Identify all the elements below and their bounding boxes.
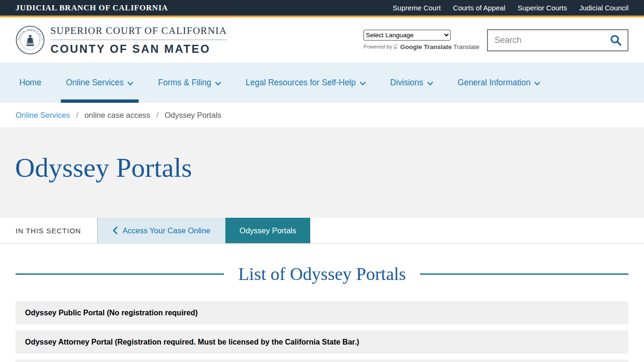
translate-label: Translate	[453, 43, 479, 50]
heading-row: List of Odyssey Portals	[16, 263, 628, 284]
heading-rule-left	[16, 273, 224, 275]
chevron-down-icon	[427, 82, 433, 86]
utility-link-courts-of-appeal[interactable]: Courts of Appeal	[453, 4, 505, 12]
back-link-label: Access Your Case Online	[123, 226, 210, 235]
search-box	[487, 29, 628, 51]
google-translate-widget: Select Language Powered by Google Transl…	[363, 30, 479, 50]
magnifier-icon	[610, 34, 622, 46]
header-right: Select Language Powered by Google Transl…	[363, 29, 628, 51]
chevron-down-icon	[215, 82, 221, 86]
court-name-line2: COUNTY OF SAN MATEO	[50, 40, 227, 56]
main-nav: Home Online Services Forms & Filing Lega…	[0, 63, 644, 103]
nav-item-forms-filing[interactable]: Forms & Filing	[153, 63, 226, 103]
breadcrumb: Online Services / online case access / O…	[0, 103, 644, 127]
nav-item-divisions[interactable]: Divisions	[385, 63, 438, 103]
main-content: List of Odyssey Portals Odyssey Public P…	[0, 244, 644, 362]
utility-links: Supreme Court Courts of Appeal Superior …	[393, 4, 628, 12]
home-logo-link[interactable]: JUDICIAL BRANCH OF CALIFORNIA SUPERIOR C…	[16, 25, 227, 56]
list-heading: List of Odyssey Portals	[238, 263, 406, 284]
nav-item-label: Forms & Filing	[158, 78, 211, 88]
tab-odyssey-portals-current[interactable]: Odyssey Portals	[225, 218, 310, 243]
hero-banner: Odyssey Portals	[0, 127, 644, 218]
nav-item-label: Divisions	[390, 78, 423, 88]
nav-item-label: Legal Resources for Self-Help	[246, 78, 355, 88]
broken-image-icon	[394, 43, 399, 50]
nav-item-home[interactable]: Home	[14, 63, 47, 103]
language-select[interactable]: Select Language	[363, 30, 451, 41]
search-button[interactable]	[604, 30, 627, 50]
nav-item-label: Online Services	[66, 78, 124, 88]
nav-item-label: Home	[19, 78, 41, 88]
accordion-attorney-portal[interactable]: Odyssey Attorney Portal (Registration re…	[16, 330, 628, 354]
section-nav: IN THIS SECTION Access Your Case Online …	[0, 218, 644, 244]
heading-rule-right	[420, 273, 628, 275]
nav-item-online-services[interactable]: Online Services	[61, 63, 139, 103]
utility-link-superior-courts[interactable]: Superior Courts	[518, 4, 567, 12]
search-input[interactable]	[488, 35, 604, 45]
nav-item-label: General Information	[458, 78, 531, 88]
breadcrumb-current-page: Odyssey Portals	[165, 111, 221, 120]
accordion-public-portal[interactable]: Odyssey Public Portal (No registration r…	[16, 301, 628, 324]
breadcrumb-separator: /	[76, 111, 79, 120]
utility-bar: JUDICIAL BRANCH OF CALIFORNIA Supreme Co…	[0, 0, 644, 17]
back-to-access-your-case-online[interactable]: Access Your Case Online	[98, 218, 225, 243]
breadcrumb-online-case-access[interactable]: online case access	[84, 111, 150, 120]
chevron-left-icon	[113, 227, 117, 234]
site-header: JUDICIAL BRANCH OF CALIFORNIA SUPERIOR C…	[0, 17, 644, 63]
utility-link-judicial-council[interactable]: Judicial Council	[579, 4, 628, 12]
court-name-line1: SUPERIOR COURT OF CALIFORNIA	[50, 25, 227, 40]
page-title: Odyssey Portals	[15, 152, 644, 183]
google-translate-link[interactable]: Google Translate	[400, 43, 452, 50]
chevron-down-icon	[534, 82, 540, 86]
nav-item-general-information[interactable]: General Information	[453, 63, 546, 103]
chevron-down-icon	[360, 82, 366, 86]
judicial-branch-link[interactable]: JUDICIAL BRANCH OF CALIFORNIA	[16, 3, 168, 13]
brand-titles: SUPERIOR COURT OF CALIFORNIA COUNTY OF S…	[50, 25, 227, 56]
chevron-down-icon	[127, 82, 133, 86]
powered-by-label: Powered by	[363, 44, 392, 49]
current-tab-label: Odyssey Portals	[239, 226, 296, 235]
nav-item-legal-resources[interactable]: Legal Resources for Self-Help	[240, 63, 371, 103]
in-this-section-label: IN THIS SECTION	[16, 218, 98, 243]
accordion-row-partial[interactable]	[16, 360, 628, 362]
utility-link-supreme-court[interactable]: Supreme Court	[393, 4, 441, 12]
breadcrumb-online-services[interactable]: Online Services	[16, 111, 70, 120]
powered-by-row: Powered by Google Translate Translate	[363, 43, 479, 50]
breadcrumb-separator: /	[157, 111, 159, 120]
court-seal-icon: JUDICIAL BRANCH OF CALIFORNIA	[16, 25, 45, 55]
